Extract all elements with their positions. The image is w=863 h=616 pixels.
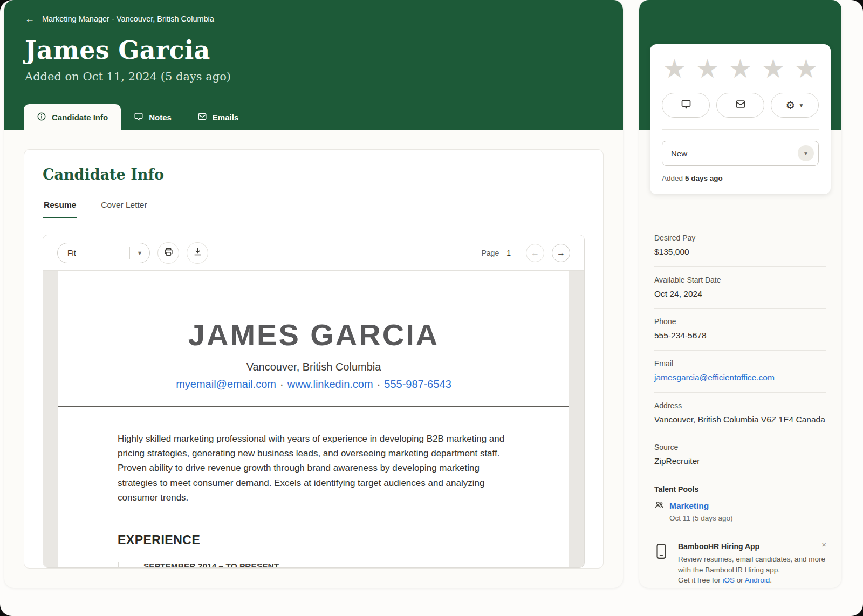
tab-label: Notes [149,113,172,122]
field-value: $135,000 [654,246,826,258]
star-icon[interactable]: ★ [663,56,686,82]
candidate-fields: Desired Pay $135,000 Available Start Dat… [654,225,826,588]
zoom-select[interactable]: Fit ▼ [57,243,150,263]
field-label: Source [654,443,826,451]
added-line: Added5 days ago [662,174,819,182]
download-icon [193,247,203,259]
tab-emails[interactable]: Emails [184,104,251,130]
resume-document: JAMES GARCIA Vancouver, British Columbia… [58,271,569,567]
field-label: Phone [654,317,826,326]
email-button[interactable] [716,93,764,118]
experience-heading: EXPERIENCE [118,533,510,547]
divider [662,129,819,130]
field-start-date: Available Start Date Oct 24, 2024 [654,267,826,309]
chevron-down-icon: ▼ [798,145,814,161]
breadcrumb-label[interactable]: Marketing Manager - Vancouver, British C… [42,15,214,23]
chat-icon [681,99,691,112]
field-phone: Phone 555-234-5678 [654,309,826,351]
people-icon [654,500,664,512]
next-page-button[interactable]: → [552,244,570,262]
cta-period: . [770,576,772,584]
status-value: New [662,149,798,158]
field-label: Desired Pay [654,234,826,242]
candidate-panel: ← Marketing Manager - Vancouver, British… [4,0,623,588]
field-source: Source ZipRecruiter [654,434,826,476]
resume-phone-link[interactable]: 555-987-6543 [384,378,451,390]
viewer-toolbar: Fit ▼ [43,235,584,271]
dot-separator: · [276,378,287,390]
field-email: Email jamesgarcia@efficientoffice.com [654,351,826,393]
close-icon[interactable]: × [821,540,826,549]
dot-separator: · [373,378,385,390]
page-label: Page [482,249,499,257]
field-address: Address Vancouver, British Columbia V6Z … [654,393,826,435]
subtab-cover-letter[interactable]: Cover Letter [100,195,148,218]
added-label: Added [662,174,683,182]
star-icon[interactable]: ★ [729,56,752,82]
resume-contacts: myemail@email.com·www.linkedin.com·555-9… [58,378,569,391]
field-label: Available Start Date [654,276,826,284]
comment-button[interactable] [662,93,710,118]
status-select[interactable]: New ▼ [662,141,819,166]
chevron-down-icon: ▼ [130,250,149,256]
hiring-app-promo: × BambooHR Hiring App Review resumes, em… [654,532,826,588]
header-tabs: Candidate Info Notes Emails [24,104,251,130]
envelope-icon [735,99,746,112]
job-entry: SEPTEMBER 2014 – TO PRESENT MARKETING MA… [118,562,510,567]
resume-viewer: Fit ▼ [43,235,585,568]
download-button[interactable] [187,242,208,264]
app-window: ← Marketing Manager - Vancouver, British… [0,0,863,616]
talent-pool-link[interactable]: Marketing [669,501,709,511]
field-label: Email [654,359,826,368]
page-navigation: Page 1 ← → [482,244,571,262]
talent-pool-date: Oct 11 (5 days ago) [669,514,826,522]
field-value: 555-234-5678 [654,330,826,341]
previous-page-button[interactable]: ← [526,244,544,262]
tab-notes[interactable]: Notes [121,104,184,130]
star-icon[interactable]: ★ [794,56,818,82]
document-subtabs: Resume Cover Letter [43,195,585,218]
viewer-body: JAMES GARCIA Vancouver, British Columbia… [43,271,584,567]
cta-or: or [735,576,745,584]
tab-label: Emails [213,113,238,122]
print-button[interactable] [157,242,179,264]
subtab-resume[interactable]: Resume [43,195,77,218]
page-title: James Garcia [25,36,602,65]
rating-card: ★ ★ ★ ★ ★ ⚙ ▼ [650,44,831,194]
job-dates: SEPTEMBER 2014 – TO PRESENT [143,562,510,567]
ios-link[interactable]: iOS [723,576,735,584]
gear-icon: ⚙ [786,100,796,111]
field-label: Address [654,401,826,410]
added-subtitle: Added on Oct 11, 2024 (5 days ago) [25,70,602,83]
section-title: Candidate Info [43,166,585,183]
settings-button[interactable]: ⚙ ▼ [771,93,819,118]
cta-prefix: Get it free for [678,576,723,584]
arrow-left-icon: ← [531,248,539,258]
page-number[interactable]: 1 [506,249,511,257]
candidate-info-card: Candidate Info Resume Cover Letter Fit ▼ [24,149,604,569]
star-icon[interactable]: ★ [762,56,785,82]
candidate-email-link[interactable]: jamesgarcia@efficientoffice.com [654,372,826,384]
talent-pools-section: Talent Pools Marketing Oct 11 (5 days ag… [654,476,826,526]
promo-body: Review resumes, email candidates, and mo… [678,554,826,575]
zoom-value: Fit [58,249,129,257]
field-value: Vancouver, British Columbia V6Z 1E4 Cana… [654,414,826,426]
envelope-icon [197,112,207,123]
chat-icon [134,112,143,123]
talent-pools-label: Talent Pools [654,485,826,494]
resume-email-link[interactable]: myemail@email.com [176,378,276,390]
candidate-header: ← Marketing Manager - Vancouver, British… [4,0,623,130]
info-icon [37,112,46,123]
promo-cta: Get it free for iOS or Android. [678,576,826,584]
tab-candidate-info[interactable]: Candidate Info [24,104,121,130]
field-value: ZipRecruiter [654,455,826,467]
resume-website-link[interactable]: www.linkedin.com [287,378,373,390]
android-link[interactable]: Android [745,576,770,584]
quick-actions: ⚙ ▼ [662,93,819,118]
star-icon[interactable]: ★ [696,56,719,82]
resume-name: JAMES GARCIA [58,317,569,352]
back-arrow-icon[interactable]: ← [25,14,35,24]
resume-location: Vancouver, British Columbia [58,361,569,373]
resume-summary: Highly skilled marketing professional wi… [118,432,510,505]
printer-icon [163,247,174,259]
